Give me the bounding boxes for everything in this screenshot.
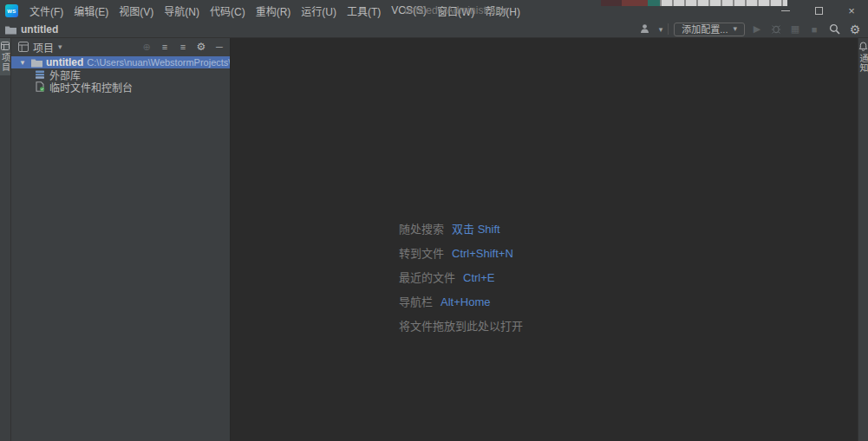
code-with-me-button[interactable] (638, 22, 654, 37)
menu-run[interactable]: 运行(U) (296, 1, 342, 21)
hint-label: 最近的文件 (399, 272, 455, 283)
hint-go-to-file: 转到文件 Ctrl+Shift+N (399, 248, 523, 259)
run-configuration-combo[interactable]: 添加配置... ▾ (674, 23, 745, 36)
hint-label: 导航栏 (399, 296, 433, 308)
drop-files-hint: 将文件拖放到此处以打开 (399, 321, 523, 332)
toolbar-right-group: ▾ 添加配置... ▾ ▶ ▦ ■ ⚙ (638, 21, 863, 37)
gear-icon: ⚙ (850, 23, 861, 36)
panel-settings-button[interactable]: ⚙ (194, 40, 208, 54)
bug-icon (771, 23, 781, 34)
project-panel-header: 项目 ▾ ⊕ ≡ ≡ ⚙ ─ (11, 38, 230, 55)
tree-row-project-root[interactable]: ▼ untitled C:\Users\nuan\WebstormProject… (11, 56, 230, 68)
hint-navigation-bar: 导航栏 Alt+Home (399, 296, 523, 308)
hint-shortcut: Alt+Home (441, 296, 490, 308)
project-panel-title: 项目 (33, 40, 54, 55)
menu-tools[interactable]: 工具(T) (342, 1, 386, 21)
breadcrumb[interactable]: untitled (5, 23, 58, 36)
window-title: untitled - Administrator (404, 4, 507, 16)
search-icon (829, 23, 840, 35)
run-configuration-label: 添加配置... (682, 22, 728, 36)
chevron-down-icon[interactable]: ▾ (659, 25, 663, 34)
profiler-button-disabled: ▦ (788, 23, 802, 35)
hint-recent-files: 最近的文件 Ctrl+E (399, 272, 523, 283)
project-root-path: C:\Users\nuan\WebstormProjects\untitled (87, 57, 230, 68)
stop-button-disabled: ■ (807, 24, 821, 35)
menu-file[interactable]: 文件(F) (24, 1, 69, 21)
hint-shortcut: Ctrl+E (463, 272, 494, 283)
project-view-icon (18, 42, 29, 52)
menu-refactor[interactable]: 重构(R) (251, 1, 297, 21)
stripe-tab-notifications[interactable]: 通知 (858, 38, 868, 76)
project-tool-window: 项目 ▾ ⊕ ≡ ≡ ⚙ ─ ▼ untitled C:\Users\nuan\… (11, 38, 231, 441)
locate-file-button[interactable]: ⊕ (140, 40, 153, 54)
menu-view[interactable]: 视图(V) (114, 1, 159, 21)
gear-icon: ⚙ (197, 42, 206, 52)
maximize-icon (815, 7, 823, 15)
external-libraries-label: 外部库 (49, 68, 81, 81)
hint-label: 随处搜索 (399, 224, 444, 235)
hide-panel-button[interactable]: ─ (212, 40, 226, 54)
breadcrumb-label: untitled (21, 23, 58, 36)
stripe-tab-project-label: 项目 (0, 53, 12, 72)
folder-icon (30, 56, 42, 68)
title-bar: WS 文件(F) 编辑(E) 视图(V) 导航(N) 代码(C) 重构(R) 运… (0, 0, 868, 21)
stripe-tab-notifications-label: 通知 (857, 54, 868, 73)
webstorm-window: WS 文件(F) 编辑(E) 视图(V) 导航(N) 代码(C) 重构(R) 运… (0, 0, 868, 441)
hint-shortcut: Ctrl+Shift+N (452, 248, 513, 259)
menu-edit[interactable]: 编辑(E) (69, 1, 114, 21)
user-icon (640, 23, 651, 35)
hint-shortcut: 双击 Shift (452, 224, 500, 235)
left-tool-window-stripe: 项目 (0, 38, 11, 441)
editor-empty-state: 随处搜索 双击 Shift 转到文件 Ctrl+Shift+N 最近的文件 Ct… (399, 224, 523, 332)
tree-row-external-libraries[interactable]: 外部库 (11, 68, 230, 81)
maximize-button[interactable] (802, 0, 835, 21)
hint-drop-files: 将文件拖放到此处以打开 (399, 321, 523, 332)
search-everywhere-button[interactable] (826, 22, 842, 37)
close-button[interactable]: × (835, 0, 868, 21)
expand-all-button[interactable]: ≡ (158, 40, 172, 54)
minimize-icon (781, 10, 790, 11)
chevron-down-icon: ▾ (733, 24, 737, 33)
stripe-tab-project[interactable]: 项目 (0, 38, 10, 75)
close-icon: × (848, 5, 855, 16)
collapse-all-button[interactable]: ≡ (176, 40, 190, 54)
chevron-down-icon[interactable]: ▾ (58, 42, 62, 51)
right-tool-window-stripe: 通知 (858, 38, 868, 441)
settings-button[interactable]: ⚙ (847, 22, 863, 37)
tree-expand-caret[interactable]: ▼ (18, 59, 27, 67)
debug-button-disabled (769, 23, 783, 36)
project-root-name: untitled (46, 56, 83, 68)
menu-navigate[interactable]: 导航(N) (159, 1, 205, 21)
run-button-disabled: ▶ (750, 23, 764, 35)
menu-code[interactable]: 代码(C) (205, 1, 251, 21)
bell-icon (858, 42, 868, 51)
external-libraries-icon (34, 68, 46, 81)
overlapping-window-sliver (601, 0, 787, 6)
hint-search-everywhere: 随处搜索 双击 Shift (399, 224, 523, 235)
scratches-icon (34, 81, 46, 93)
toolbar-separator (668, 23, 669, 35)
project-tool-window-icon (1, 42, 10, 50)
hint-label: 转到文件 (399, 248, 444, 259)
scratches-label: 临时文件和控制台 (49, 81, 133, 93)
webstorm-logo-icon: WS (5, 4, 18, 17)
project-folder-icon (5, 25, 16, 35)
project-tree: ▼ untitled C:\Users\nuan\WebstormProject… (11, 56, 230, 93)
tree-row-scratches[interactable]: 临时文件和控制台 (11, 81, 230, 93)
